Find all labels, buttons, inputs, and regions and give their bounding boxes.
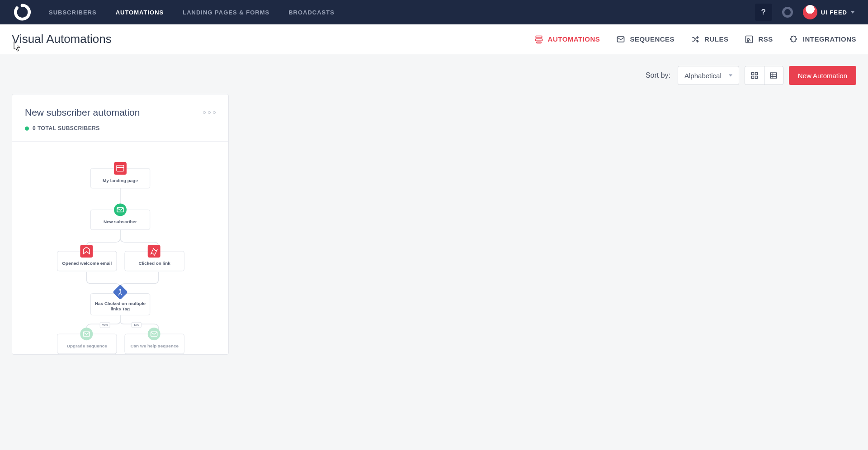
subnav-sequences[interactable]: SEQUENCES	[616, 35, 675, 44]
help-button[interactable]: ?	[755, 4, 772, 21]
subnav-rss[interactable]: RSS	[745, 35, 773, 44]
svg-rect-6	[755, 72, 757, 75]
loop-icon	[14, 4, 31, 21]
nav-landing-pages[interactable]: LANDING PAGES & FORMS	[183, 9, 269, 16]
flow-preview: My landing page New subscriber Opened we…	[12, 142, 228, 354]
card-area: New subscriber automation 0 TOTAL SUBSCR…	[0, 94, 868, 355]
node-help-label: Can we help sequence	[130, 343, 179, 348]
envelope-icon	[616, 35, 625, 44]
avatar	[803, 5, 817, 19]
svg-rect-8	[755, 76, 757, 79]
card-more-icon[interactable]	[203, 111, 216, 114]
node-upgrade-label: Upgrade sequence	[67, 343, 107, 348]
svg-point-19	[114, 203, 127, 216]
sort-select[interactable]: Alphabetical	[678, 66, 739, 85]
nav-broadcasts[interactable]: BROADCASTS	[288, 9, 335, 16]
logo[interactable]	[14, 4, 31, 21]
secondary-nav: AUTOMATIONS SEQUENCES RULES RSS INTEGRAT…	[534, 35, 856, 44]
automation-card[interactable]: New subscriber automation 0 TOTAL SUBSCR…	[12, 94, 229, 355]
nav-automations[interactable]: AUTOMATIONS	[116, 9, 164, 16]
puzzle-icon	[789, 35, 798, 44]
node-opened-email: Opened welcome email	[57, 245, 117, 271]
node-cond-l2: links Tag	[111, 306, 130, 311]
svg-rect-2	[537, 42, 541, 43]
node-landing-page: My landing page	[90, 162, 150, 188]
node-clicked-link: Clicked on link	[125, 245, 184, 271]
svg-rect-15	[114, 162, 127, 175]
sort-label: Sort by:	[646, 71, 670, 80]
node-help-sequence: Can we help sequence	[125, 328, 184, 354]
rss-icon	[745, 35, 754, 44]
pill-no: No	[132, 322, 142, 328]
view-list-button[interactable]	[764, 66, 783, 84]
secondary-bar: Visual Automations AUTOMATIONS SEQUENCES…	[0, 24, 868, 54]
nav-subscribers[interactable]: SUBSCRIBERS	[49, 9, 97, 16]
svg-rect-9	[771, 73, 777, 78]
node-landing-label: My landing page	[103, 178, 138, 183]
chevron-down-icon	[851, 11, 854, 14]
view-grid-button[interactable]	[745, 66, 764, 84]
svg-point-36	[148, 328, 160, 340]
pill-yes: Yes	[100, 322, 110, 328]
svg-rect-5	[751, 72, 754, 75]
grid-icon	[750, 71, 759, 80]
new-automation-button[interactable]: New Automation	[789, 66, 856, 85]
svg-rect-7	[751, 76, 754, 79]
view-toggle	[745, 66, 783, 85]
node-upgrade-sequence: Upgrade sequence	[57, 328, 117, 354]
toolbar: Sort by: Alphabetical New Automation	[0, 54, 868, 94]
svg-point-33	[80, 328, 93, 340]
list-icon	[769, 71, 778, 80]
subnav-rules[interactable]: RULES	[691, 35, 728, 44]
automation-icon	[534, 35, 543, 44]
topnav-links: SUBSCRIBERS AUTOMATIONS LANDING PAGES & …	[49, 9, 335, 16]
status-dot-icon	[25, 127, 29, 131]
subscribers-row: 0 TOTAL SUBSCRIBERS	[25, 125, 216, 131]
subnav-automations[interactable]: AUTOMATIONS	[534, 35, 600, 44]
svg-text:Yes: Yes	[102, 323, 108, 327]
svg-text:No: No	[134, 323, 139, 327]
user-label: UI FEED	[821, 9, 847, 16]
shuffle-icon	[691, 35, 700, 44]
node-condition: Has Clicked on multiple links Tag	[90, 285, 150, 315]
svg-point-27	[119, 289, 121, 291]
chevron-down-icon	[729, 75, 732, 77]
status-indicator-icon	[782, 7, 793, 18]
node-cond-l1: Has Clicked on multiple	[95, 301, 146, 306]
svg-rect-0	[536, 36, 542, 38]
node-clicked-label: Clicked on link	[139, 261, 171, 266]
node-opened-label: Opened welcome email	[62, 261, 112, 266]
node-new-subscriber: New subscriber	[90, 203, 150, 230]
svg-rect-24	[148, 245, 160, 258]
node-newsub-label: New subscriber	[104, 219, 137, 224]
card-header: New subscriber automation 0 TOTAL SUBSCR…	[12, 94, 228, 142]
card-title[interactable]: New subscriber automation	[25, 107, 140, 118]
subnav-integrations[interactable]: INTEGRATIONS	[789, 35, 856, 44]
svg-rect-1	[535, 39, 542, 41]
user-menu[interactable]: UI FEED	[803, 5, 854, 19]
top-nav: SUBSCRIBERS AUTOMATIONS LANDING PAGES & …	[0, 0, 868, 24]
subscribers-count: 0 TOTAL SUBSCRIBERS	[33, 125, 100, 131]
page-title: Visual Automations	[12, 32, 112, 46]
